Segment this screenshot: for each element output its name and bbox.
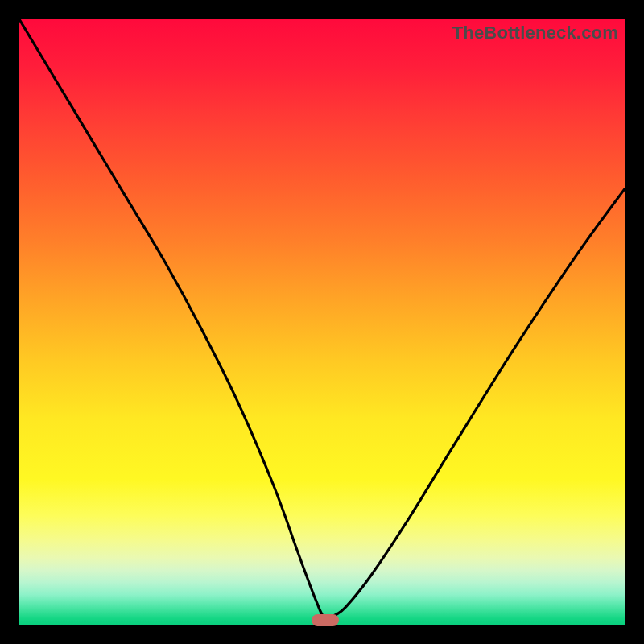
bottleneck-curve [19, 19, 625, 625]
optimum-marker [312, 614, 339, 626]
curve-path [19, 19, 625, 620]
chart-frame: TheBottleneck.com [0, 0, 644, 644]
plot-area: TheBottleneck.com [19, 19, 625, 625]
